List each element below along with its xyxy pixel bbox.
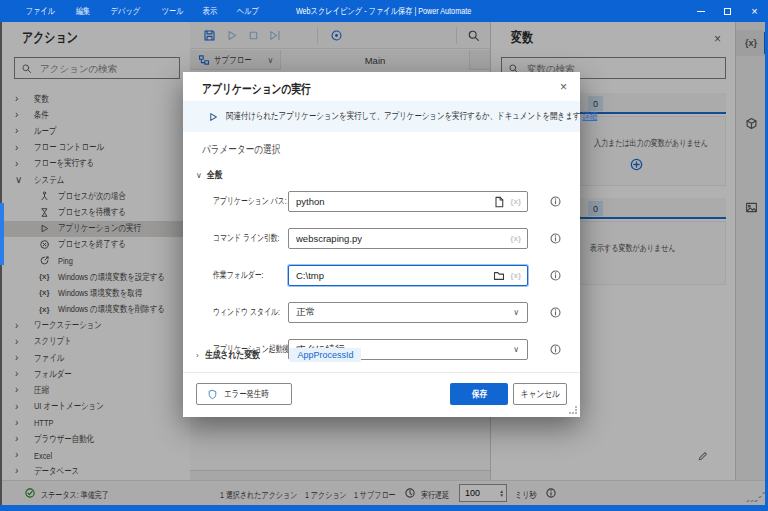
info-icon[interactable] <box>549 343 562 356</box>
application-path-field[interactable]: {x} <box>288 191 528 212</box>
field-label: ウィンドウ スタイル: <box>213 306 280 319</box>
field-label: コマンド ライン引数: <box>213 232 279 245</box>
generated-variable-chip[interactable]: AppProcessId <box>289 348 361 362</box>
command-args-field[interactable]: {x} <box>288 228 528 249</box>
save-button[interactable]: 保存 <box>450 383 508 405</box>
menu-help[interactable]: ヘルプ <box>232 5 264 18</box>
run-application-dialog: アプリケーションの実行 × 関連付けられたアプリケーションを実行して、アプリケー… <box>183 72 580 417</box>
variable-picker-icon[interactable]: {x} <box>510 271 521 280</box>
window-style-value: 正常 <box>289 306 513 319</box>
generated-variables-row[interactable]: › 生成された変数 AppProcessId <box>196 348 361 362</box>
window-frame-accent <box>0 203 4 265</box>
dialog-resize-grip[interactable] <box>569 406 577 414</box>
details-link[interactable]: 詳細 <box>582 110 597 121</box>
info-icon[interactable] <box>549 232 562 245</box>
menu-tools[interactable]: ツール <box>157 5 189 18</box>
minimize-button[interactable] <box>687 0 714 22</box>
dialog-description: 関連付けられたアプリケーションを実行して、アプリケーションを実行するか、ドキュメ… <box>226 110 580 121</box>
on-error-button[interactable]: エラー発生時 <box>196 383 292 405</box>
cancel-button[interactable]: キャンセル <box>513 383 567 405</box>
variable-picker-icon[interactable]: {x} <box>510 197 521 206</box>
general-section-toggle[interactable]: ∨ 全般 <box>196 168 227 182</box>
dialog-footer-divider <box>183 372 580 373</box>
power-automate-window: ファイル 編集 デバッグ ツール 表示 ヘルプ Webスクレイピング - ファイ… <box>0 0 768 511</box>
file-picker-icon[interactable] <box>493 196 505 208</box>
info-icon[interactable] <box>549 195 562 208</box>
chevron-down-icon: ∨ <box>513 345 519 354</box>
command-args-input[interactable] <box>289 232 510 245</box>
info-icon[interactable] <box>549 306 562 319</box>
maximize-button[interactable] <box>714 0 741 22</box>
dialog-close-icon[interactable]: × <box>560 80 567 94</box>
working-folder-row: 作業フォルダー: {x} <box>183 265 580 286</box>
menu-debug[interactable]: デバッグ <box>106 5 145 18</box>
window-frame-bottom <box>0 505 768 511</box>
field-label: アプリケーション パス: <box>213 195 287 208</box>
command-args-row: コマンド ライン引数: {x} <box>183 228 580 249</box>
chevron-down-icon: ∨ <box>513 308 519 317</box>
parameters-header: パラメーターの選択 <box>202 142 302 157</box>
chevron-down-icon: ∨ <box>196 171 202 180</box>
window-style-row: ウィンドウ スタイル: 正常 ∨ <box>183 302 580 323</box>
menu-view[interactable]: 表示 <box>198 5 222 18</box>
close-button[interactable]: × <box>741 0 768 22</box>
chevron-right-icon: › <box>196 351 199 360</box>
generated-variables-label: 生成された変数 <box>205 348 260 362</box>
application-path-input[interactable] <box>289 195 493 208</box>
shield-icon <box>207 389 218 400</box>
info-icon[interactable] <box>549 269 562 282</box>
folder-picker-icon[interactable] <box>493 270 505 282</box>
menu-file[interactable]: ファイル <box>21 5 60 18</box>
menu-edit[interactable]: 編集 <box>71 5 95 18</box>
dialog-description-banner: 関連付けられたアプリケーションを実行して、アプリケーションを実行するか、ドキュメ… <box>183 101 580 132</box>
title-bar: ファイル 編集 デバッグ ツール 表示 ヘルプ Webスクレイピング - ファイ… <box>0 0 768 22</box>
play-icon <box>207 111 219 123</box>
field-label: 作業フォルダー: <box>213 269 263 282</box>
working-folder-input[interactable] <box>289 269 493 282</box>
dialog-title: アプリケーションの実行 <box>202 81 342 98</box>
window-style-select[interactable]: 正常 ∨ <box>288 302 528 323</box>
working-folder-field[interactable]: {x} <box>288 265 528 286</box>
variable-picker-icon[interactable]: {x} <box>510 234 521 243</box>
application-path-row: アプリケーション パス: {x} <box>183 191 580 212</box>
